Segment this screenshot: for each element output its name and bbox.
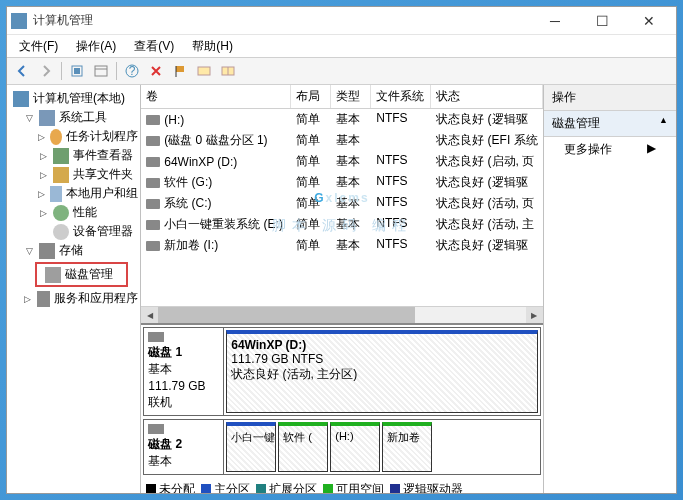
disk-row-1[interactable]: 磁盘 1 基本 111.79 GB 联机 64WinXP (D:) 111.79… — [143, 327, 540, 416]
volume-row[interactable]: (H:)简单基本NTFS状态良好 (逻辑驱 — [141, 109, 542, 130]
tree-systools[interactable]: ▽系统工具 — [7, 108, 140, 127]
tree-pane: 计算机管理(本地) ▽系统工具 ▷任务计划程序 ▷事件查看器 ▷共享文件夹 ▷本… — [7, 85, 141, 493]
tree-eventviewer[interactable]: ▷事件查看器 — [7, 146, 140, 165]
menu-file[interactable]: 文件(F) — [11, 36, 66, 57]
volume-scrollbar[interactable]: ◀ ▶ — [141, 306, 542, 323]
tree-perf[interactable]: ▷性能 — [7, 203, 140, 222]
center-pane: 卷 布局 类型 文件系统 状态 (H:)简单基本NTFS状态良好 (逻辑驱(磁盘… — [141, 85, 543, 493]
volume-row[interactable]: 软件 (G:)简单基本NTFS状态良好 (逻辑驱 — [141, 172, 542, 193]
maximize-button[interactable]: ☐ — [579, 8, 625, 34]
computer-management-window: 计算机管理 ─ ☐ ✕ 文件(F) 操作(A) 查看(V) 帮助(H) ? 计算… — [6, 6, 677, 494]
flag-icon[interactable] — [169, 60, 191, 82]
col-type[interactable]: 类型 — [331, 85, 371, 108]
menu-action[interactable]: 操作(A) — [68, 36, 124, 57]
svg-text:?: ? — [129, 64, 136, 78]
col-layout[interactable]: 布局 — [291, 85, 331, 108]
volume-header: 卷 布局 类型 文件系统 状态 — [141, 85, 542, 109]
disk1-info: 磁盘 1 基本 111.79 GB 联机 — [144, 328, 224, 415]
tree-services[interactable]: ▷服务和应用程序 — [7, 289, 140, 308]
svg-rect-6 — [176, 66, 184, 72]
col-volume[interactable]: 卷 — [141, 85, 291, 108]
volume-icon — [146, 178, 160, 188]
tree-tasksched[interactable]: ▷任务计划程序 — [7, 127, 140, 146]
app-icon — [11, 13, 27, 29]
up-icon[interactable] — [66, 60, 88, 82]
disk-row-2[interactable]: 磁盘 2 基本 小白一键 软件 ( (H:) 新加卷 — [143, 419, 540, 475]
menu-help[interactable]: 帮助(H) — [184, 36, 241, 57]
action-header: 操作 — [544, 85, 676, 111]
menubar: 文件(F) 操作(A) 查看(V) 帮助(H) — [7, 35, 676, 57]
col-fs[interactable]: 文件系统 — [371, 85, 431, 108]
disk-icon — [148, 332, 164, 342]
volume-list: 卷 布局 类型 文件系统 状态 (H:)简单基本NTFS状态良好 (逻辑驱(磁盘… — [141, 85, 542, 306]
svg-rect-2 — [95, 66, 107, 76]
volume-icon — [146, 115, 160, 125]
svg-rect-8 — [198, 67, 210, 75]
tree-devmgr[interactable]: 设备管理器 — [7, 222, 140, 241]
menu-view[interactable]: 查看(V) — [126, 36, 182, 57]
volume-row[interactable]: 系统 (C:)简单基本NTFS状态良好 (活动, 页 — [141, 193, 542, 214]
action-more[interactable]: 更多操作▶ — [544, 137, 676, 162]
help-icon[interactable]: ? — [121, 60, 143, 82]
volume-icon — [146, 199, 160, 209]
window1-icon[interactable] — [193, 60, 215, 82]
tree-storage[interactable]: ▽存储 — [7, 241, 140, 260]
scroll-left-icon[interactable]: ◀ — [141, 307, 158, 323]
window-title: 计算机管理 — [33, 12, 532, 29]
disk2-info: 磁盘 2 基本 — [144, 420, 224, 474]
scroll-right-icon[interactable]: ▶ — [526, 307, 543, 323]
collapse-icon: ▲ — [659, 115, 668, 132]
svg-rect-1 — [74, 68, 80, 74]
back-icon[interactable] — [11, 60, 33, 82]
volume-row[interactable]: 新加卷 (I:)简单基本NTFS状态良好 (逻辑驱 — [141, 235, 542, 256]
tree-diskmgmt-highlighted[interactable]: 磁盘管理 — [35, 262, 128, 287]
minimize-button[interactable]: ─ — [532, 8, 578, 34]
col-status[interactable]: 状态 — [431, 85, 542, 108]
tree-root[interactable]: 计算机管理(本地) — [7, 89, 140, 108]
volume-row[interactable]: 64WinXP (D:)简单基本NTFS状态良好 (启动, 页 — [141, 151, 542, 172]
delete-icon[interactable] — [145, 60, 167, 82]
volume-row[interactable]: 小白一键重装系统 (E:)简单基本NTFS状态良好 (活动, 主 — [141, 214, 542, 235]
props-icon[interactable] — [90, 60, 112, 82]
chevron-right-icon: ▶ — [647, 141, 656, 158]
disk-icon — [148, 424, 164, 434]
volume-row[interactable]: (磁盘 0 磁盘分区 1)简单基本状态良好 (EFI 系统 — [141, 130, 542, 151]
main-content: 计算机管理(本地) ▽系统工具 ▷任务计划程序 ▷事件查看器 ▷共享文件夹 ▷本… — [7, 85, 676, 493]
legend: 未分配 主分区 扩展分区 可用空间 逻辑驱动器 — [143, 478, 540, 493]
disk2-part-3[interactable]: 新加卷 — [382, 422, 432, 472]
close-button[interactable]: ✕ — [626, 8, 672, 34]
tree-users[interactable]: ▷本地用户和组 — [7, 184, 140, 203]
volume-icon — [146, 241, 160, 251]
disk1-partition-d[interactable]: 64WinXP (D:) 111.79 GB NTFS 状态良好 (活动, 主分… — [226, 330, 537, 413]
disk2-part-2[interactable]: (H:) — [330, 422, 380, 472]
disk2-part-0[interactable]: 小白一键 — [226, 422, 276, 472]
forward-icon[interactable] — [35, 60, 57, 82]
action-pane: 操作 磁盘管理▲ 更多操作▶ — [544, 85, 676, 493]
titlebar: 计算机管理 ─ ☐ ✕ — [7, 7, 676, 35]
disk-graphics: 磁盘 1 基本 111.79 GB 联机 64WinXP (D:) 111.79… — [141, 323, 542, 493]
volume-icon — [146, 157, 160, 167]
tree-shared[interactable]: ▷共享文件夹 — [7, 165, 140, 184]
volume-icon — [146, 136, 160, 146]
volume-icon — [146, 220, 160, 230]
action-section-diskmgmt[interactable]: 磁盘管理▲ — [544, 111, 676, 137]
window2-icon[interactable] — [217, 60, 239, 82]
toolbar: ? — [7, 57, 676, 85]
disk2-part-1[interactable]: 软件 ( — [278, 422, 328, 472]
